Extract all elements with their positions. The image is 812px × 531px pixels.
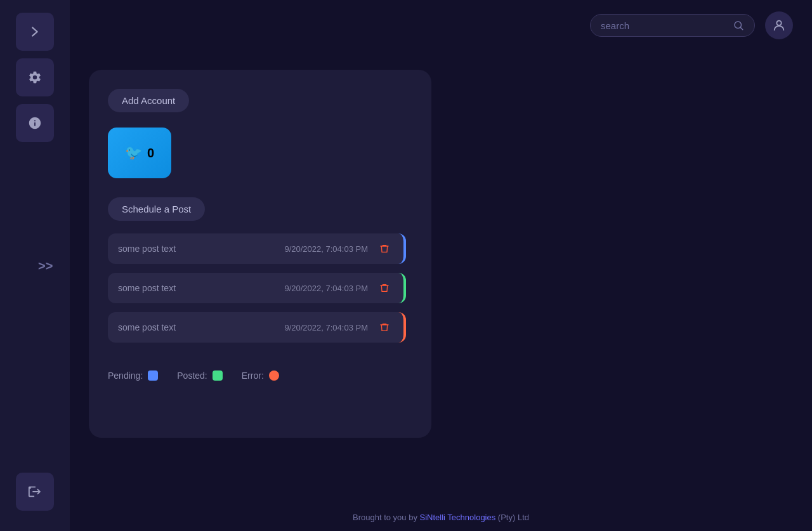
error-dot (269, 370, 279, 381)
post-date: 9/20/2022, 7:04:03 PM (284, 323, 368, 332)
svg-point-2 (776, 21, 781, 25)
header (70, 0, 812, 51)
post-item[interactable]: some post text 9/20/2022, 7:04:03 PM (108, 233, 406, 264)
posts-list: some post text 9/20/2022, 7:04:03 PM som… (108, 233, 412, 351)
footer-company-link[interactable]: SiNtelli Technologies (420, 513, 496, 522)
trash-icon (379, 244, 390, 254)
sidebar (0, 0, 70, 531)
twitter-count: 0 (147, 146, 154, 161)
main-content: Add Account 🐦 0 Schedule a Post some pos… (70, 51, 812, 531)
footer-prefix: Brought to you by (353, 513, 420, 522)
post-item[interactable]: some post text 9/20/2022, 7:04:03 PM (108, 273, 406, 303)
info-button[interactable] (16, 104, 54, 142)
search-icon (733, 20, 744, 31)
sidebar-expand-chevron[interactable]: >> (38, 258, 53, 273)
pending-legend: Pending: (108, 370, 158, 381)
error-legend: Error: (242, 370, 279, 381)
svg-line-1 (740, 27, 742, 29)
search-input[interactable] (601, 20, 733, 31)
delete-post-button[interactable] (376, 282, 393, 294)
search-bar (590, 14, 755, 37)
pending-dot (148, 370, 158, 381)
post-text: some post text (118, 283, 284, 293)
error-label: Error: (242, 370, 264, 381)
post-date: 9/20/2022, 7:04:03 PM (284, 244, 368, 254)
logout-icon (28, 485, 42, 499)
gear-icon (28, 70, 42, 84)
trash-icon (379, 322, 390, 332)
logout-button[interactable] (16, 473, 54, 511)
settings-button[interactable] (16, 58, 54, 96)
user-profile-button[interactable] (765, 11, 793, 39)
pending-label: Pending: (108, 370, 143, 381)
posted-label: Posted: (177, 370, 207, 381)
schedule-post-button[interactable]: Schedule a Post (108, 197, 205, 221)
user-icon (772, 18, 786, 32)
expand-sidebar-button[interactable] (16, 13, 54, 51)
post-date: 9/20/2022, 7:04:03 PM (284, 284, 368, 293)
trash-icon (379, 283, 390, 293)
social-media-card: Add Account 🐦 0 Schedule a Post some pos… (89, 70, 431, 438)
post-text: some post text (118, 244, 284, 254)
twitter-icon: 🐦 (125, 145, 142, 161)
info-icon (28, 116, 42, 130)
delete-post-button[interactable] (376, 321, 393, 334)
post-item[interactable]: some post text 9/20/2022, 7:04:03 PM (108, 312, 406, 343)
footer-suffix: (Pty) Ltd (495, 513, 529, 522)
delete-post-button[interactable] (376, 242, 393, 255)
legend: Pending: Posted: Error: (108, 364, 412, 381)
twitter-account-card[interactable]: 🐦 0 (108, 128, 171, 178)
search-button[interactable] (733, 20, 744, 31)
footer: Brought to you by SiNtelli Technologies … (70, 504, 812, 531)
post-text: some post text (118, 322, 284, 332)
posted-legend: Posted: (177, 370, 222, 381)
posted-dot (213, 370, 223, 381)
arrow-right-icon (28, 25, 42, 39)
add-account-button[interactable]: Add Account (108, 89, 189, 112)
